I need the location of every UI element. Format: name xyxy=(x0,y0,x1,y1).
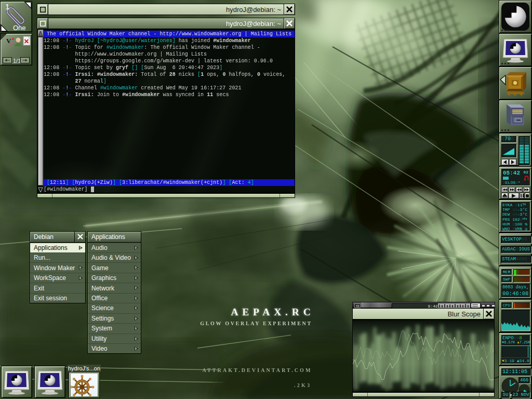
svg-text:GLOW OVERLAY EXPERIMENT: GLOW OVERLAY EXPERIMENT xyxy=(200,321,312,326)
svg-text:ATTRAKT.DEVIANTART.COM: ATTRAKT.DEVIANTART.COM xyxy=(202,367,312,373)
svg-text:c: c xyxy=(10,39,13,47)
svg-text:.2K3: .2K3 xyxy=(294,382,311,388)
svg-text:AEPAX.RC: AEPAX.RC xyxy=(231,307,314,317)
